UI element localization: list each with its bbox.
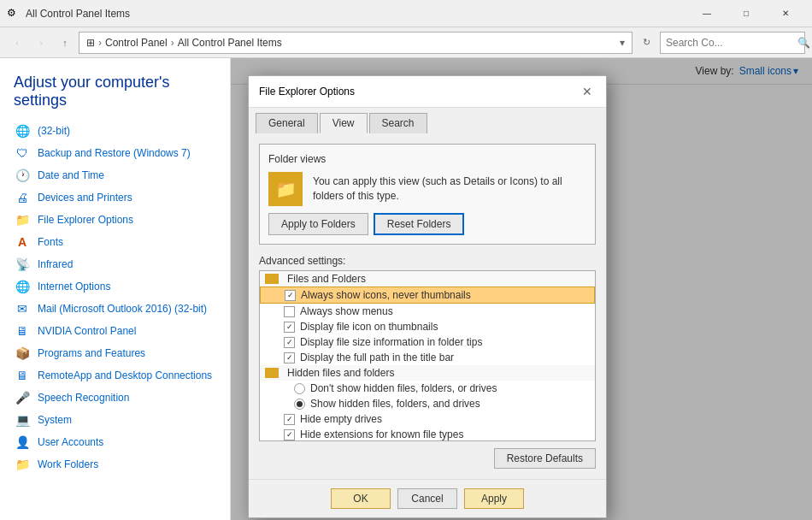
- files-folders-category[interactable]: Files and Folders: [260, 271, 595, 287]
- restore-defaults-button[interactable]: Restore Defaults: [494, 448, 596, 469]
- window-close-button[interactable]: ✕: [766, 0, 805, 27]
- sidebar-item-label: (32-bit): [38, 125, 70, 137]
- sidebar-item-programs[interactable]: 📦 Programs and Features: [0, 342, 230, 364]
- internet-icon: 🌐: [14, 278, 31, 295]
- sidebar-item-fonts[interactable]: A Fonts: [0, 231, 230, 253]
- refresh-button[interactable]: ↻: [636, 32, 656, 53]
- ok-button[interactable]: OK: [331, 488, 391, 509]
- folder-views-buttons: Apply to Folders Reset Folders: [268, 213, 586, 235]
- reset-folders-button[interactable]: Reset Folders: [374, 213, 465, 235]
- window-title: All Control Panel Items: [26, 8, 687, 20]
- sidebar-item-label: File Explorer Options: [38, 214, 133, 226]
- workfolders-icon: 📁: [14, 456, 31, 473]
- sidebar-item-mail[interactable]: ✉ Mail (Microsoft Outlook 2016) (32-bit): [0, 298, 230, 320]
- sidebar-item-useraccts[interactable]: 👤 User Accounts: [0, 431, 230, 453]
- apply-button[interactable]: Apply: [464, 488, 524, 509]
- always-menus-item[interactable]: Always show menus: [260, 304, 595, 319]
- show-hidden-radio[interactable]: [294, 399, 305, 410]
- forward-button[interactable]: ›: [31, 32, 51, 53]
- dialog-close-button[interactable]: ✕: [579, 83, 596, 100]
- always-icons-checkbox[interactable]: [285, 290, 296, 301]
- sidebar-item-datetime[interactable]: 🕐 Date and Time: [0, 164, 230, 186]
- advanced-settings-list[interactable]: Files and Folders Always show icons, nev…: [259, 270, 596, 441]
- fonts-icon: A: [14, 233, 31, 251]
- display-icon-checkbox[interactable]: [284, 322, 295, 333]
- folder-views-section: Folder views 📁 You can apply this view (…: [259, 144, 596, 245]
- path-dropdown-icon[interactable]: ▾: [620, 37, 625, 49]
- tab-search[interactable]: Search: [369, 113, 427, 133]
- programs-icon: 📦: [14, 345, 31, 362]
- sidebar-item-system[interactable]: 💻 System: [0, 409, 230, 431]
- dont-show-item[interactable]: Don't show hidden files, folders, or dri…: [260, 381, 595, 396]
- cancel-button[interactable]: Cancel: [397, 488, 457, 509]
- sidebar-item-backup[interactable]: 🛡 Backup and Restore (Windows 7): [0, 142, 230, 164]
- show-hidden-item[interactable]: Show hidden files, folders, and drives: [260, 396, 595, 411]
- back-button[interactable]: ‹: [7, 32, 27, 53]
- folder-cat-icon: [265, 274, 279, 284]
- sidebar-item-label: NVIDIA Control Panel: [38, 325, 136, 337]
- tab-general[interactable]: General: [256, 113, 318, 133]
- dialog-footer: OK Cancel Apply: [249, 479, 606, 517]
- sidebar-item-devices[interactable]: 🖨 Devices and Printers: [0, 186, 230, 209]
- sidebar-item-label: Internet Options: [38, 281, 110, 292]
- sidebar-item-internet[interactable]: 🌐 Internet Options: [0, 275, 230, 298]
- search-input[interactable]: [666, 37, 794, 49]
- hide-ext-item[interactable]: Hide extensions for known file types: [260, 427, 595, 441]
- always-icons-item[interactable]: Always show icons, never thumbnails: [260, 287, 595, 304]
- sidebar-item-nvidia[interactable]: 🖥 NVIDIA Control Panel: [0, 320, 230, 342]
- sidebar-item-workfolders[interactable]: 📁 Work Folders: [0, 453, 230, 476]
- hide-empty-item[interactable]: Hide empty drives: [260, 411, 595, 427]
- path-icon: ⊞: [86, 37, 95, 49]
- advanced-settings-label: Advanced settings:: [259, 255, 596, 267]
- display-size-label: Display file size information in folder …: [300, 336, 482, 348]
- up-button[interactable]: ↑: [55, 32, 75, 53]
- display-icon-item[interactable]: Display file icon on thumbnails: [260, 319, 595, 334]
- sidebar-item-fileexplorer[interactable]: 📁 File Explorer Options: [0, 209, 230, 231]
- display-path-checkbox[interactable]: [284, 352, 295, 363]
- useraccts-icon: 👤: [14, 434, 31, 451]
- sidebar-item-label: User Accounts: [38, 436, 103, 448]
- sidebar-item-infrared[interactable]: 📡 Infrared: [0, 253, 230, 275]
- always-icons-label: Always show icons, never thumbnails: [301, 289, 471, 301]
- window-icon: ⚙: [7, 7, 21, 21]
- minimize-button[interactable]: —: [687, 0, 727, 27]
- dialog-body: Folder views 📁 You can apply this view (…: [249, 133, 606, 479]
- folder-views-description: You can apply this view (such as Details…: [313, 174, 586, 204]
- display-path-item[interactable]: Display the full path in the title bar: [260, 350, 595, 365]
- address-path[interactable]: ⊞ › Control Panel › All Control Panel It…: [79, 32, 633, 54]
- sidebar-item-32bit[interactable]: 🌐 (32-bit): [0, 120, 230, 142]
- hide-ext-checkbox[interactable]: [284, 429, 295, 440]
- hidden-files-category[interactable]: Hidden files and folders: [260, 365, 595, 381]
- always-menus-label: Always show menus: [300, 305, 393, 317]
- hide-empty-checkbox[interactable]: [284, 414, 295, 425]
- dont-show-radio[interactable]: [294, 383, 305, 394]
- dont-show-label: Don't show hidden files, folders, or dri…: [310, 382, 497, 394]
- folder-views-inner: 📁 You can apply this view (such as Detai…: [268, 172, 586, 206]
- maximize-button[interactable]: □: [727, 0, 766, 27]
- show-hidden-label: Show hidden files, folders, and drives: [310, 398, 480, 410]
- sidebar-item-label: Infrared: [38, 258, 73, 270]
- 32bit-icon: 🌐: [14, 122, 31, 139]
- display-size-item[interactable]: Display file size information in folder …: [260, 334, 595, 350]
- apply-to-folders-button[interactable]: Apply to Folders: [268, 213, 368, 235]
- display-size-checkbox[interactable]: [284, 337, 295, 348]
- right-panel: View by: Small icons ▾ File Explorer Opt…: [231, 58, 812, 520]
- sidebar-heading: Adjust your computer's settings: [0, 67, 230, 120]
- mail-icon: ✉: [14, 300, 31, 317]
- always-menus-checkbox[interactable]: [284, 306, 295, 317]
- hidden-folder-icon: [265, 368, 279, 378]
- file-explorer-options-dialog: File Explorer Options ✕ General View Sea…: [248, 75, 607, 518]
- main-content: Adjust your computer's settings 🌐 (32-bi…: [0, 58, 812, 520]
- hidden-cat-label: Hidden files and folders: [287, 367, 394, 379]
- tab-view[interactable]: View: [320, 113, 368, 133]
- sidebar-item-speech[interactable]: 🎤 Speech Recognition: [0, 387, 230, 409]
- display-icon-label: Display file icon on thumbnails: [300, 321, 438, 333]
- speech-icon: 🎤: [14, 389, 31, 406]
- sidebar-item-label: Fonts: [38, 236, 63, 248]
- sidebar-item-label: Programs and Features: [38, 347, 145, 359]
- nvidia-icon: 🖥: [14, 322, 31, 340]
- sidebar-item-label: Backup and Restore (Windows 7): [38, 147, 191, 159]
- sidebar-item-remoteapp[interactable]: 🖥 RemoteApp and Desktop Connections: [0, 364, 230, 387]
- search-box[interactable]: 🔍: [660, 32, 805, 54]
- sidebar-item-label: RemoteApp and Desktop Connections: [38, 369, 212, 381]
